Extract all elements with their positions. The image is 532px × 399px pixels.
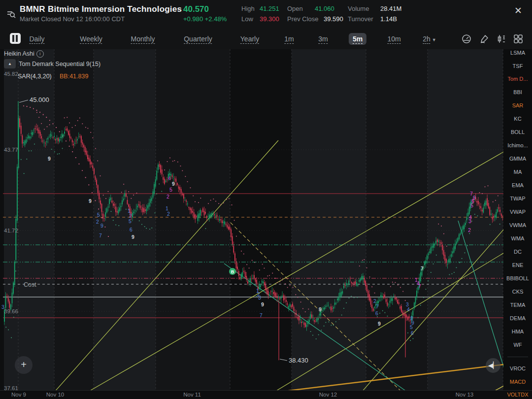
trading-app-window: BMNR Bitmine Immersion Technologies Mark… [0,0,532,399]
x-axis-label: Nov 13 [456,392,473,398]
td-marker: 5 [129,218,132,224]
td-marker: 2 [166,194,169,200]
sar-label[interactable]: SAR(4,3,20) [18,73,52,80]
svg-text:Cost: Cost [24,281,36,288]
jump-to-latest-button[interactable]: ◀▏ [486,358,500,373]
sidebar-item-cks[interactable]: CKS [503,289,532,295]
sidebar-item-vwap[interactable]: VWAP [503,209,532,215]
x-axis-label: Nov 11 [183,392,201,398]
x-axis-label: Nov 10 [46,392,64,398]
info-icon[interactable]: i [36,50,44,58]
td-marker: 6 [130,227,133,233]
sidebar-item-ma[interactable]: MA [503,169,532,175]
watchlist-search-icon[interactable] [6,9,17,20]
td-marker: 9 [132,234,134,240]
volume-value: 28.41M [380,5,401,12]
td-marker: 9 [100,223,103,229]
x-axis-label: Nov 9 [11,392,26,398]
td-marker: 4 [168,175,171,181]
td-marker: 7 [99,233,102,238]
quote-header: BMNR Bitmine Immersion Technologies Mark… [0,0,532,29]
chart-canvas[interactable]: Cost999999973529712561212372763489564521… [0,49,532,390]
sidebar-item-twap[interactable]: TWAP [503,196,532,201]
sidebar-item-bbi[interactable]: BBI [503,89,532,95]
sidebar-item-ene[interactable]: ENE [503,262,532,268]
gauge-icon[interactable] [461,33,472,44]
td-marker: 7 [376,303,379,309]
low-value: 39.300 [260,15,279,23]
td-marker: 7 [418,283,421,289]
td-marker: 5 [410,324,413,330]
td-marker: 4 [407,306,410,312]
y-axis-label: 41.72 [4,228,18,233]
tab-3m[interactable]: 3m [314,33,332,45]
chart-type-icon[interactable] [10,33,21,44]
sidebar-item-ichimo-[interactable]: Ichimo... [503,142,532,148]
sidebar-item-tema[interactable]: TEMA [503,302,532,308]
sidebar-item-vwma[interactable]: VWMA [503,222,532,228]
tab-1m[interactable]: 1m [280,33,298,45]
td-marker: 6 [411,330,414,336]
td-marker: 3 [468,218,471,224]
high-value: 41.251 [260,5,279,12]
symbol-ticker: BMNR [20,4,45,14]
td-marker: 9 [261,301,264,307]
bb-value-label: BB:41.839 [60,73,88,80]
draw-pen-icon[interactable] [479,33,490,44]
td-marker: 7 [421,266,424,271]
sidebar-item-sar[interactable]: SAR [503,102,532,108]
sidebar-item-bbiboll[interactable]: BBIBOLL [503,275,532,281]
tab-5m[interactable]: 5m [349,33,366,45]
td-marker: 3 [258,295,261,300]
time-axis: Nov 9Nov 10Nov 11Nov 12Nov 13 [0,390,532,399]
sidebar-item-kc[interactable]: KC [503,116,532,122]
tab-2h[interactable]: 2h▼ [419,33,440,45]
tab-daily[interactable]: Daily [25,33,48,45]
turnover-label: Turnover [348,15,373,23]
y-axis-label: 43.77 [4,147,18,153]
td-marker: 7 [260,312,263,318]
td-marker: 2 [468,227,471,233]
td-marker: 9 [378,321,381,327]
prev-close-value: 39.590 [324,15,343,23]
indicator-grid-icon[interactable] [513,33,524,44]
collapse-indicator-button[interactable]: ▲ [4,59,16,68]
sidebar-item-voltdx[interactable]: VOLTDX [503,392,532,398]
tab-monthly[interactable]: Monthly [127,33,159,45]
price-annotation: 45.000 [30,96,49,103]
td-marker: 5 [470,202,473,208]
sidebar-item-gmma[interactable]: GMMA [503,156,532,162]
sidebar-item-vroc[interactable]: VROC [503,366,532,371]
sidebar-item-tom-d-[interactable]: Tom D... [503,76,532,82]
sidebar-item-dema[interactable]: DEMA [503,315,532,321]
sidebar-item-boll[interactable]: BOLL [503,129,532,135]
td-marker: 9 [319,306,322,312]
tab-10m[interactable]: 10m [383,33,404,45]
sidebar-item-dc[interactable]: DC [503,249,532,255]
volume-label: Volume [348,5,369,12]
tab-weekly[interactable]: Weekly [76,33,106,45]
td-marker: 9 [48,156,51,162]
td-marker: 2 [167,211,170,217]
sidebar-item-hma[interactable]: HMA [503,329,532,334]
chart-settings-icon[interactable] [496,33,507,44]
td-sequential-label[interactable]: Tom Demark Sequential 9(15) [19,61,100,67]
sidebar-item-tsf[interactable]: TSF [503,63,532,69]
sidebar-divider [507,357,528,357]
tab-quarterly[interactable]: Quarterly [180,33,216,45]
high-label: High [241,5,255,12]
prev-close-label: Prev Close [287,15,319,23]
zoom-in-button[interactable]: + [15,356,33,374]
sidebar-item-ema[interactable]: EMA [503,182,532,188]
y-axis-label: 45.82 [4,71,18,77]
td-marker: 6 [375,310,378,316]
sidebar-item-macd[interactable]: MACD [503,379,532,385]
close-icon[interactable]: ✕ [514,5,522,16]
tab-yearly[interactable]: Yearly [236,33,263,45]
sidebar-item-wma[interactable]: WMA [503,235,532,241]
sidebar-item-lsma[interactable]: LSMA [503,50,532,56]
market-status: Market Closed Nov 12 16:00:00 CDT [20,15,125,23]
sidebar-item-wf[interactable]: WF [503,342,532,348]
candlestick-chart[interactable]: Cost999999973529712561212372763489564521… [0,49,532,390]
chart-style-label[interactable]: Heikin Ashii [4,50,44,58]
